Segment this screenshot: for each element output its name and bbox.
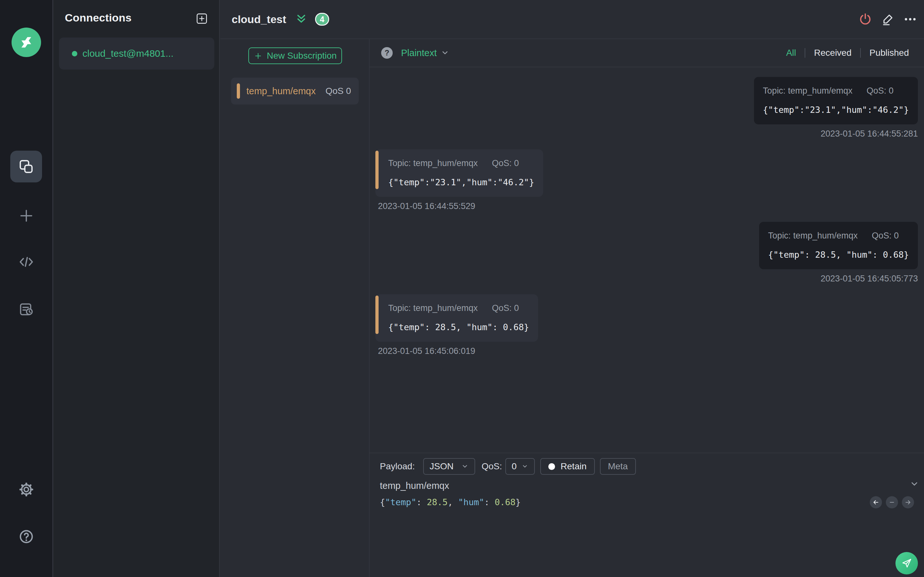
message-payload: {"temp": 28.5, "hum": 0.68} — [768, 249, 909, 261]
sidebar-item-help[interactable] — [0, 529, 52, 545]
more-ellipsis-icon[interactable] — [903, 13, 917, 26]
publish-topic-input[interactable]: temp_hum/emqx — [380, 480, 449, 491]
publish-toolbar: Payload: JSON QoS: 0 Retain — [380, 458, 924, 475]
script-icon — [18, 254, 34, 270]
publish-panel: Payload: JSON QoS: 0 Retain — [370, 453, 924, 577]
message-qos: QoS: 0 — [867, 85, 893, 96]
add-connection-button[interactable] — [195, 12, 208, 25]
add-connection-icon — [195, 12, 208, 25]
subscription-item[interactable]: temp_hum/emqx QoS 0 — [231, 77, 359, 105]
message-timestamp: 2023-01-05 16:44:55:281 — [754, 129, 918, 139]
connection-header: cloud_test 4 — [220, 0, 924, 39]
sidebar-item-log[interactable] — [0, 301, 52, 318]
message-card[interactable]: Topic: temp_hum/emqx QoS: 0 {"temp": 28.… — [759, 222, 918, 269]
connection-title: cloud_test — [232, 13, 286, 26]
subscription-qos: QoS 0 — [326, 86, 351, 96]
publish-payload-editor[interactable]: {"temp": 28.5, "hum": 0.68} — [380, 497, 521, 508]
payload-format-help-icon[interactable]: ? — [381, 47, 393, 59]
send-icon — [901, 558, 913, 569]
retain-dot — [548, 463, 555, 470]
double-chevron-down-icon[interactable] — [295, 13, 307, 25]
history-forward-icon[interactable] — [902, 496, 914, 508]
sidebar-item-connections[interactable] — [10, 151, 42, 182]
message-meta: Topic: temp_hum/emqx QoS: 0 — [763, 85, 909, 96]
connection-list-item[interactable]: cloud_test@m4801... — [59, 37, 214, 69]
edit-pencil-icon[interactable] — [881, 13, 895, 26]
new-subscription-label: New Subscription — [267, 51, 337, 61]
meta-label: Meta — [608, 461, 628, 472]
payload-format-value: JSON — [430, 461, 454, 472]
received-accent-bar — [375, 295, 379, 334]
connections-panel-title: Connections — [65, 11, 132, 24]
payload-history-controls — [870, 496, 914, 508]
help-icon — [18, 529, 34, 545]
message-topic: Topic: temp_hum/emqx — [768, 230, 858, 241]
received-accent-bar — [375, 151, 379, 189]
retain-toggle[interactable]: Retain — [540, 458, 595, 475]
sidebar-item-settings[interactable] — [0, 482, 52, 498]
disconnect-power-icon[interactable] — [859, 13, 872, 26]
message-timestamp: 2023-01-05 16:44:55:529 — [378, 201, 543, 211]
message-topic: Topic: temp_hum/emqx — [388, 303, 478, 313]
mqttx-logo-icon — [17, 33, 35, 51]
message-qos: QoS: 0 — [492, 158, 519, 168]
filter-tab-published[interactable]: Published — [861, 48, 918, 58]
payload-label: Payload: — [380, 461, 415, 472]
chevron-down-icon — [521, 463, 528, 470]
message-item: Topic: temp_hum/emqx QoS: 0 {"temp":"23.… — [375, 149, 543, 211]
chevron-down-icon — [461, 463, 469, 470]
message-item: Topic: temp_hum/emqx QoS: 0 {"temp": 28.… — [759, 222, 918, 284]
retain-label: Retain — [561, 461, 586, 472]
payload-format-dropdown[interactable]: JSON — [423, 458, 475, 475]
meta-button[interactable]: Meta — [600, 458, 636, 475]
subscription-accent-bar — [237, 83, 240, 99]
payload-format-select[interactable]: Plaintext — [401, 48, 437, 58]
connection-name: cloud_test@m4801... — [82, 48, 174, 59]
subscriptions-column: New Subscription temp_hum/emqx QoS 0 — [220, 39, 370, 577]
message-qos: QoS: 0 — [872, 230, 899, 241]
mqttx-window: Connections cloud_test@m4801... cloud_te… — [0, 0, 924, 577]
message-card[interactable]: Topic: temp_hum/emqx QoS: 0 {"temp":"23.… — [375, 149, 543, 197]
message-item: Topic: temp_hum/emqx QoS: 0 {"temp":"23.… — [754, 77, 918, 139]
connections-icon — [18, 159, 34, 175]
message-list: Topic: temp_hum/emqx QoS: 0 {"temp":"23.… — [370, 67, 924, 453]
filter-tab-all[interactable]: All — [777, 48, 804, 58]
message-timestamp: 2023-01-05 16:45:06:019 — [378, 346, 538, 356]
qos-value: 0 — [512, 461, 517, 472]
message-filter-tabs: AllReceivedPublished — [777, 48, 918, 58]
header-actions — [859, 13, 917, 26]
message-card[interactable]: Topic: temp_hum/emqx QoS: 0 {"temp": 28.… — [375, 294, 538, 342]
history-back-icon[interactable] — [870, 496, 882, 508]
message-card[interactable]: Topic: temp_hum/emqx QoS: 0 {"temp":"23.… — [754, 77, 918, 124]
connections-panel: Connections cloud_test@m4801... — [53, 0, 220, 577]
chevron-down-icon[interactable] — [441, 48, 449, 57]
message-payload: {"temp":"23.1","hum":"46.2"} — [763, 104, 909, 116]
log-icon — [18, 301, 34, 318]
message-payload: {"temp": 28.5, "hum": 0.68} — [388, 322, 529, 333]
message-topic: Topic: temp_hum/emqx — [388, 158, 478, 168]
messages-toolbar: ? Plaintext AllReceivedPublished — [370, 39, 924, 67]
plus-icon — [254, 52, 262, 60]
new-subscription-button[interactable]: New Subscription — [248, 47, 342, 64]
qos-dropdown[interactable]: 0 — [505, 458, 535, 475]
collapse-editor-icon[interactable] — [909, 479, 919, 489]
settings-icon — [18, 482, 34, 498]
message-item: Topic: temp_hum/emqx QoS: 0 {"temp": 28.… — [375, 294, 538, 356]
connected-dot — [72, 51, 78, 56]
sidebar-item-script[interactable] — [0, 254, 52, 270]
mqttx-logo — [11, 27, 41, 57]
message-timestamp: 2023-01-05 16:45:05:773 — [759, 274, 918, 284]
message-payload: {"temp":"23.1","hum":"46.2"} — [388, 177, 534, 188]
qos-label: QoS: — [481, 461, 502, 472]
message-meta: Topic: temp_hum/emqx QoS: 0 — [388, 303, 529, 313]
new-connection-icon — [18, 208, 34, 224]
message-meta: Topic: temp_hum/emqx QoS: 0 — [768, 230, 909, 241]
sidebar-item-new-connection[interactable] — [0, 208, 52, 224]
message-meta: Topic: temp_hum/emqx QoS: 0 — [388, 158, 534, 168]
message-topic: Topic: temp_hum/emqx — [763, 85, 853, 96]
filter-tab-received[interactable]: Received — [805, 48, 860, 58]
history-remove-icon[interactable] — [886, 496, 898, 508]
message-qos: QoS: 0 — [492, 303, 519, 313]
messages-column: ? Plaintext AllReceivedPublished Topic: … — [370, 39, 924, 577]
send-button[interactable] — [895, 552, 918, 574]
